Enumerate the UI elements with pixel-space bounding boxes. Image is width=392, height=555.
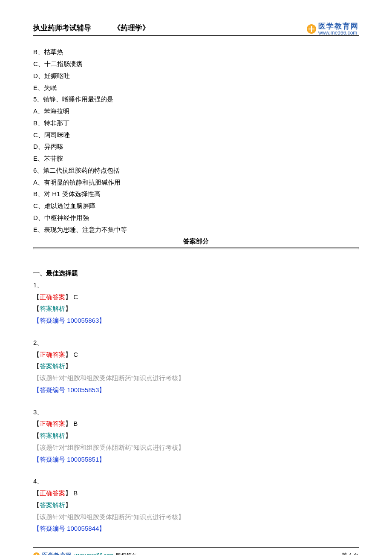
qid-label: 答疑编号 [40,317,65,324]
option-line: C、难以透过血脑屏障 [33,200,359,212]
option-line: D、中枢神经作用强 [33,212,359,224]
header-title-left: 执业药师考试辅导 [33,21,91,35]
option-line: A、苯海拉明 [33,105,359,117]
analysis-label-line: 【答案解析】 [33,499,359,511]
answer-num: 1、 [33,279,359,291]
option-line: E、失眠 [33,82,359,94]
footer-brand: 医学教育网 [42,550,72,555]
qid-label: 答疑编号 [40,386,65,393]
option-line: E、表现为思睡、注意力不集中等 [33,224,359,236]
qid-label: 答疑编号 [40,525,65,532]
page-footer: 医学教育网 www.med66.com 版权所有 第 4 页 [33,547,359,555]
option-line: A、有明显的镇静和抗胆碱作用 [33,176,359,188]
header-logo: 医学教育网 www.med66.com [307,23,359,35]
answer-section-title: 答案部分 [33,235,359,247]
footer-left: 医学教育网 www.med66.com 版权所有 [33,550,136,555]
plus-badge-icon [307,24,316,34]
answer-block-2: 2、 【正确答案】 C 【答案解析】 【该题针对“组胺和组胺受体阻断药”知识点进… [33,337,359,396]
qid-line: 【答疑编号 100055863】 [33,315,359,327]
correct-label: 正确答案 [40,351,65,358]
option-line: B、枯草热 [33,46,359,58]
analysis-text: 【该题针对“组胺和组胺受体阻断药”知识点进行考核】 [33,442,359,454]
correct-answer-line: 【正确答案】 B [33,487,359,499]
answer-block-1: 1、 【正确答案】 C 【答案解析】 【答疑编号 100055863】 [33,279,359,327]
qid-line: 【答疑编号 100055853】 [33,384,359,396]
header-logo-text: 医学教育网 www.med66.com [318,23,359,35]
option-line: B、对 H1 受体选择性高 [33,188,359,200]
answer-letter: C [73,293,78,301]
qid-line: 【答疑编号 100055851】 [33,454,359,465]
correct-answer-line: 【正确答案】 C [33,291,359,303]
correct-label: 正确答案 [40,489,65,497]
analysis-label: 答案解析 [40,501,65,509]
header-title-right: 《药理学》 [113,21,150,35]
answer-num: 3、 [33,406,359,418]
answer-letter: C [73,351,78,358]
qid-value: 100055863 [67,317,99,324]
section-divider [33,247,359,249]
answer-num: 2、 [33,337,359,349]
analysis-label-line: 【答案解析】 [33,303,359,315]
analysis-label-line: 【答案解析】 [33,360,359,372]
correct-answer-line: 【正确答案】 C [33,349,359,361]
option-line: B、特非那丁 [33,117,359,129]
footer-page-number: 第 4 页 [342,550,359,555]
answer-letter: B [73,489,78,497]
header-titles: 执业药师考试辅导 《药理学》 [33,21,150,35]
qid-value: 100055853 [67,386,99,393]
correct-answer-line: 【正确答案】 B [33,418,359,430]
option-line: D、妊娠呕吐 [33,70,359,82]
qid-value: 100055844 [67,525,99,532]
footer-url: www.med66.com [75,551,113,555]
option-line: C、阿司咪唑 [33,129,359,141]
correct-label: 正确答案 [40,293,65,301]
answer-block-4: 4、 【正确答案】 B 【答案解析】 【该题针对“组胺和组胺受体阻断药”知识点进… [33,475,359,535]
correct-label: 正确答案 [40,420,65,427]
option-line: C、十二指肠溃疡 [33,58,359,70]
qid-label: 答疑编号 [40,456,65,463]
qid-value: 100055851 [67,456,99,463]
answer-block-3: 3、 【正确答案】 B 【答案解析】 【该题针对“组胺和组胺受体阻断药”知识点进… [33,406,359,465]
question-stem: 6、第二代抗组胺药的特点包括 [33,165,359,176]
analysis-label-line: 【答案解析】 [33,430,359,442]
analysis-label: 答案解析 [40,362,65,370]
option-line: D、异丙嗪 [33,141,359,153]
choice-heading: 一、最佳选择题 [33,267,359,279]
qid-line: 【答疑编号 100055844】 [33,523,359,535]
answer-letter: B [73,420,78,427]
question-stem: 5、镇静、嗜睡作用最强的是 [33,93,359,105]
answer-num: 4、 [33,475,359,487]
plus-badge-icon [33,552,40,555]
analysis-text: 【该题针对“组胺和组胺受体阻断药”知识点进行考核】 [33,511,359,523]
header-logo-cn: 医学教育网 [318,23,359,30]
analysis-label: 答案解析 [40,305,65,312]
header-logo-url: www.med66.com [318,30,359,36]
analysis-label: 答案解析 [40,432,65,439]
page-header: 执业药师考试辅导 《药理学》 医学教育网 www.med66.com [33,21,359,36]
analysis-text: 【该题针对“组胺和组胺受体阻断药”知识点进行考核】 [33,372,359,384]
footer-copyright: 版权所有 [116,551,136,555]
content-body: B、枯草热 C、十二指肠溃疡 D、妊娠呕吐 E、失眠 5、镇静、嗜睡作用最强的是… [33,46,359,535]
option-line: E、苯苷胺 [33,153,359,165]
